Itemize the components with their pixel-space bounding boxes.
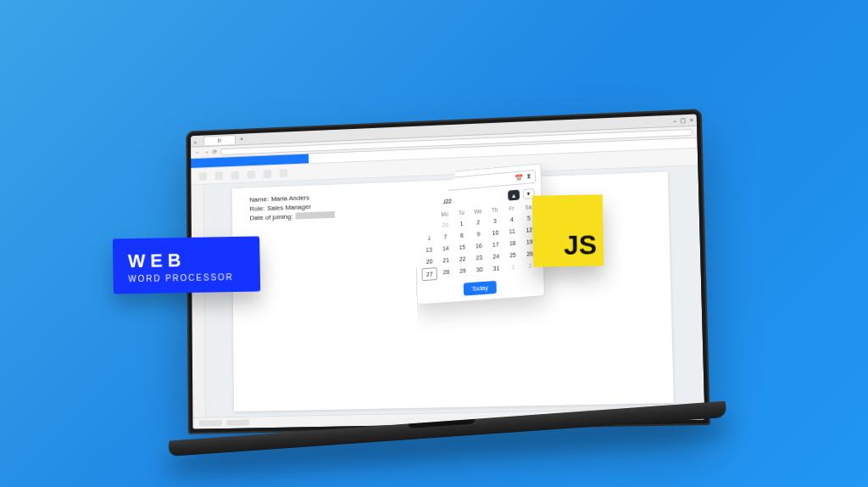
calendar-day[interactable]: 7	[437, 231, 453, 243]
calendar-dow: Mo	[437, 209, 453, 219]
calendar-day[interactable]: 16	[470, 240, 487, 252]
toolbar-button[interactable]	[199, 172, 208, 181]
window-maximize-button[interactable]: ▢	[680, 117, 686, 124]
calendar-day[interactable]: 6	[421, 232, 437, 244]
calendar-day[interactable]: 3	[487, 215, 503, 227]
calendar-day[interactable]: 17	[487, 238, 504, 250]
toolbar-button[interactable]	[215, 171, 224, 180]
name-label: Name:	[249, 195, 269, 204]
window-minimize-button[interactable]: –	[673, 117, 676, 124]
badge-web-line1: WEB	[128, 249, 245, 272]
role-value: Sales Manager	[267, 203, 311, 212]
new-tab-button[interactable]: +	[237, 135, 246, 143]
calendar-day[interactable]: 30	[471, 264, 487, 277]
toolbar-button[interactable]	[280, 169, 288, 177]
nav-reload-button[interactable]: ⟳	[213, 148, 218, 155]
calendar-day[interactable]: 15	[454, 241, 470, 253]
browser-tab[interactable]: D	[203, 135, 236, 145]
calendar-day[interactable]: 21	[438, 255, 454, 266]
date-picker-popover: 📅 ⧗ March 2022 ▲ ▾ SuMoTuWeThFrSa2728123…	[415, 163, 546, 305]
calendar-day[interactable]: 13	[421, 244, 437, 255]
name-value: Maria Anders	[271, 194, 309, 203]
nav-forward-button[interactable]: →	[203, 149, 209, 155]
calendar-day[interactable]: 29	[454, 265, 470, 278]
window-controls: – ▢ ×	[673, 116, 693, 124]
javascript-badge: JS	[532, 194, 604, 266]
calendar-day[interactable]: 27	[421, 267, 437, 281]
laptop-mockup: ▫ D + – ▢ × ← → ⟳	[178, 119, 721, 475]
calendar-prev-button[interactable]: ▲	[508, 190, 520, 201]
nav-back-button[interactable]: ←	[195, 149, 201, 155]
calendar-day[interactable]: 23	[471, 252, 487, 264]
calendar-icon[interactable]: 📅	[515, 174, 523, 182]
doj-placeholder-field[interactable]	[295, 211, 334, 220]
status-segment	[199, 420, 222, 426]
calendar-day[interactable]: 1	[453, 217, 470, 229]
calendar-today-button[interactable]: Today	[464, 281, 497, 296]
calendar-day[interactable]: 18	[504, 237, 520, 249]
calendar-day[interactable]: 4	[504, 213, 520, 226]
calendar-day[interactable]: 9	[470, 228, 487, 240]
calendar-dow: Th	[487, 204, 503, 216]
doj-label: Date of joining:	[250, 213, 293, 222]
badge-web-line2: WORD PROCESSOR	[128, 272, 245, 283]
calendar-day[interactable]: 24	[487, 250, 504, 262]
calendar-day[interactable]: 14	[437, 243, 453, 255]
status-segment	[227, 420, 250, 426]
calendar-dow: Su	[420, 210, 437, 221]
calendar-day[interactable]: 22	[454, 253, 470, 265]
laptop-bezel: ▫ D + – ▢ × ← → ⟳	[186, 109, 710, 434]
ruler-gutter	[191, 185, 205, 417]
calendar-day[interactable]: 8	[453, 229, 470, 241]
toolbar-button[interactable]	[248, 170, 256, 178]
calendar-day[interactable]: 28	[437, 219, 453, 231]
calendar-day[interactable]: 10	[487, 227, 504, 238]
calendar-day[interactable]: 31	[488, 262, 504, 276]
time-icon[interactable]: ⧗	[526, 172, 531, 181]
web-word-processor-badge: WEB WORD PROCESSOR	[113, 236, 260, 294]
tab-strip: D +	[203, 134, 246, 145]
calendar-day[interactable]: 25	[504, 249, 520, 260]
toolbar-button[interactable]	[231, 171, 240, 179]
calendar-grid: SuMoTuWeThFrSa27281234567891011121314151…	[420, 202, 538, 281]
calendar-day[interactable]: 11	[504, 225, 520, 238]
calendar-dow: Fr	[504, 203, 520, 214]
text-cursor	[424, 182, 425, 190]
calendar-day[interactable]: 1	[505, 261, 521, 275]
calendar-day[interactable]: 28	[438, 266, 454, 280]
calendar-day[interactable]: 27	[420, 221, 437, 232]
badge-js-text: JS	[564, 229, 597, 261]
window-menu-icon: ▫	[194, 139, 198, 143]
role-label: Role:	[249, 204, 264, 212]
calendar-dow: We	[470, 206, 486, 216]
calendar-day[interactable]: 20	[421, 255, 437, 267]
calendar-dow: Tu	[453, 208, 470, 218]
calendar-month-label[interactable]: March 2022	[422, 198, 452, 206]
window-close-button[interactable]: ×	[689, 116, 693, 123]
calendar-day[interactable]: 2	[470, 216, 487, 228]
toolbar-button[interactable]	[264, 169, 272, 177]
